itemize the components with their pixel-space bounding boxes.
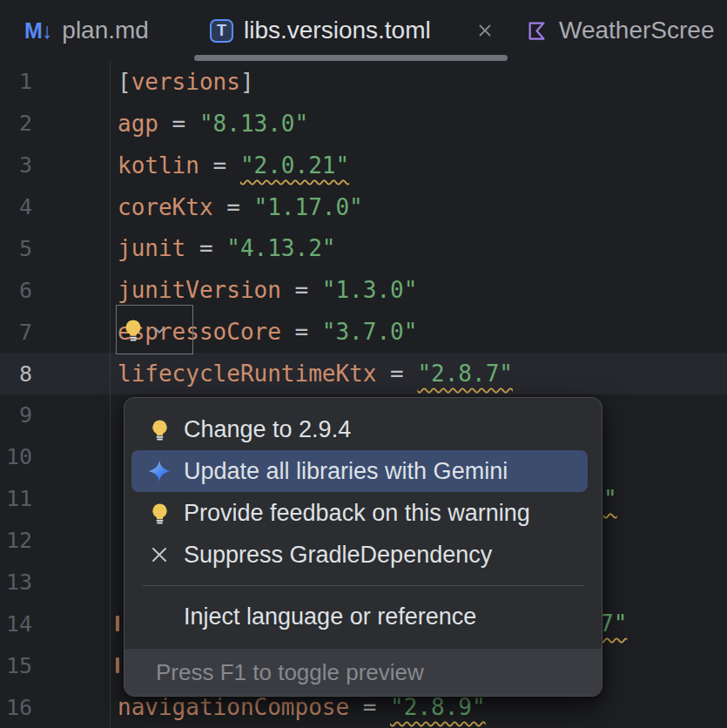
- code-line-text[interactable]: [versions]: [111, 61, 727, 103]
- tab-label: plan.md: [62, 17, 149, 44]
- popup-item-inject-language-or-reference[interactable]: Inject language or reference: [125, 596, 602, 637]
- tab-weatherscreen[interactable]: WeatherScree: [508, 0, 727, 61]
- code-line-text[interactable]: agp = "8.13.0": [111, 103, 727, 145]
- code-fragment: ": [603, 478, 617, 520]
- popup-item-label: Suppress GradleDependency: [184, 542, 492, 569]
- code-line-text[interactable]: coreKtx = "1.17.0": [111, 186, 727, 228]
- markdown-file-icon: M↓: [24, 18, 51, 44]
- popup-item-label: Update all libraries with Gemini: [184, 458, 508, 485]
- intention-popup: Change to 2.9.4Update all libraries with…: [124, 397, 602, 697]
- chevron-down-icon: [150, 320, 169, 340]
- line-number: 7: [0, 311, 111, 353]
- line-number: 2: [0, 103, 111, 145]
- tab-libs-versions-toml[interactable]: T libs.versions.toml: [194, 0, 508, 61]
- code-line: 1[versions]: [0, 61, 727, 103]
- popup-item-label: Change to 2.9.4: [184, 416, 351, 443]
- kotlin-file-icon: [525, 19, 549, 43]
- line-number: 14: [0, 603, 111, 644]
- popup-item-label: Provide feedback on this warning: [184, 500, 530, 527]
- intention-bulb-button[interactable]: [116, 305, 193, 354]
- line-number: 5: [0, 228, 111, 270]
- code-line: 8lifecycleRuntimeKtx = "2.8.7": [0, 353, 727, 394]
- line-number: 4: [0, 186, 111, 228]
- line-number: 3: [0, 145, 111, 186]
- line-number: 16: [0, 686, 111, 728]
- toml-file-icon: T: [210, 19, 233, 43]
- gemini-sparkle-icon: [147, 459, 172, 483]
- code-fragment: [116, 657, 119, 673]
- line-number: 10: [0, 436, 111, 478]
- popup-item-update-all-libraries-with-gemini[interactable]: Update all libraries with Gemini: [131, 450, 588, 492]
- code-line: 7espressoCore = "3.7.0": [0, 311, 727, 353]
- tab-label: libs.versions.toml: [244, 17, 431, 44]
- code-line-text[interactable]: espressoCore = "3.7.0": [111, 311, 727, 353]
- popup-item-label: Inject language or reference: [184, 603, 476, 630]
- code-line-text[interactable]: lifecycleRuntimeKtx = "2.8.7": [111, 353, 727, 394]
- code-fragment: [116, 616, 119, 631]
- line-number: 12: [0, 520, 111, 562]
- no-icon: [147, 604, 172, 629]
- tab-label: WeatherScree: [559, 17, 714, 44]
- lightbulb-icon: [147, 501, 172, 525]
- popup-item-provide-feedback-on-this-warning[interactable]: Provide feedback on this warning: [125, 492, 602, 534]
- popup-separator: [142, 585, 584, 586]
- popup-footer-hint: Press F1 to toggle preview: [125, 649, 602, 696]
- line-number: 15: [0, 644, 111, 686]
- popup-item-change-to-2-9-4[interactable]: Change to 2.9.4: [125, 408, 602, 450]
- line-number: 9: [0, 394, 111, 436]
- code-line: 4coreKtx = "1.17.0": [0, 186, 727, 228]
- intention-popup-items: Change to 2.9.4Update all libraries with…: [125, 398, 602, 649]
- suppress-cross-icon: [147, 543, 172, 567]
- code-line: 3kotlin = "2.0.21": [0, 145, 727, 186]
- code-editor: 1[versions]2agp = "8.13.0"3kotlin = "2.0…: [0, 61, 727, 728]
- line-number: 8: [0, 353, 111, 394]
- code-line: 2agp = "8.13.0": [0, 103, 727, 145]
- code-line: 6junitVersion = "1.3.0": [0, 269, 727, 311]
- code-fragment: 7": [600, 603, 627, 644]
- tab-plan-md[interactable]: M↓ plan.md: [0, 0, 194, 61]
- line-number: 6: [0, 269, 111, 311]
- line-number: 13: [0, 562, 111, 603]
- popup-item-suppress-gradledependency[interactable]: Suppress GradleDependency: [125, 534, 602, 576]
- active-tab-indicator: [194, 55, 508, 61]
- line-number: 1: [0, 61, 111, 103]
- editor-tab-bar: M↓ plan.md T libs.versions.toml WeatherS…: [0, 0, 727, 61]
- code-line: 5junit = "4.13.2": [0, 228, 727, 270]
- code-line-text[interactable]: kotlin = "2.0.21": [111, 145, 727, 186]
- close-tab-icon[interactable]: [475, 20, 495, 41]
- lightbulb-icon: [147, 417, 172, 442]
- code-line-text[interactable]: junitVersion = "1.3.0": [111, 269, 727, 311]
- lightbulb-icon: [121, 318, 145, 342]
- code-line-text[interactable]: junit = "4.13.2": [111, 228, 727, 270]
- line-number: 11: [0, 478, 111, 520]
